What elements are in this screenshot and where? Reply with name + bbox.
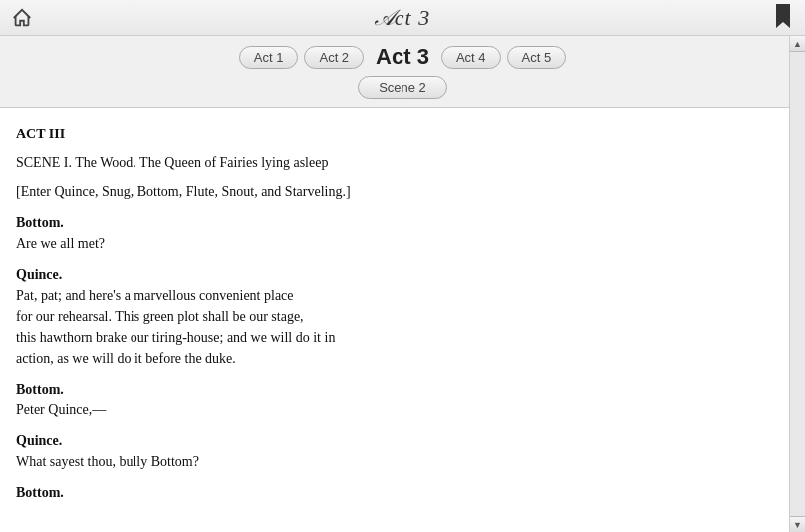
speech-line: Are we all met? xyxy=(16,233,769,254)
speech-bottom-2: Bottom. Peter Quince,— xyxy=(16,379,769,420)
character-name: Bottom. xyxy=(16,482,769,503)
bookmark-icon xyxy=(776,4,790,28)
stage-direction: [Enter Quince, Snug, Bottom, Flute, Snou… xyxy=(16,181,769,202)
navigation-area: Act 1 Act 2 Act 3 Act 4 Act 5 Scene 2 xyxy=(0,36,805,108)
tab-act1[interactable]: Act 1 xyxy=(239,46,299,69)
act-heading: ACT III xyxy=(16,124,769,144)
character-name: Bottom. xyxy=(16,379,769,399)
speech-line: Pat, pat; and here's a marvellous conven… xyxy=(16,285,769,369)
character-name: Quince. xyxy=(16,430,769,451)
scroll-down-button[interactable]: ▼ xyxy=(790,516,806,532)
scene-description: SCENE I. The Wood. The Queen of Fairies … xyxy=(16,152,769,173)
act-heading-section: ACT III SCENE I. The Wood. The Queen of … xyxy=(16,124,769,202)
character-name: Quince. xyxy=(16,264,769,285)
speech-bottom-3: Bottom. xyxy=(16,482,769,503)
tab-act4[interactable]: Act 4 xyxy=(441,46,501,69)
tab-act3[interactable]: Act 3 xyxy=(370,44,435,70)
page-title: 𝒜ct 3 xyxy=(375,5,430,31)
bookmark-button[interactable] xyxy=(769,0,797,32)
scenes-row: Scene 2 xyxy=(358,76,447,99)
tab-scene2[interactable]: Scene 2 xyxy=(358,76,447,99)
speech-quince-1: Quince. Pat, pat; and here's a marvellou… xyxy=(16,264,769,369)
speech-line: What sayest thou, bully Bottom? xyxy=(16,451,769,472)
scroll-up-button[interactable]: ▲ xyxy=(790,36,806,52)
speech-bottom-1: Bottom. Are we all met? xyxy=(16,212,769,254)
character-name: Bottom. xyxy=(16,212,769,233)
speech-quince-2: Quince. What sayest thou, bully Bottom? xyxy=(16,430,769,472)
acts-row: Act 1 Act 2 Act 3 Act 4 Act 5 xyxy=(239,44,566,70)
home-icon xyxy=(11,7,33,29)
speech-line: Peter Quince,— xyxy=(16,399,769,420)
home-button[interactable] xyxy=(8,4,36,32)
main-content: ACT III SCENE I. The Wood. The Queen of … xyxy=(0,108,789,530)
tab-act2[interactable]: Act 2 xyxy=(304,46,364,69)
scrollbar: ▲ ▼ xyxy=(789,36,805,532)
tab-act5[interactable]: Act 5 xyxy=(507,46,567,69)
header: 𝒜ct 3 xyxy=(0,0,805,36)
